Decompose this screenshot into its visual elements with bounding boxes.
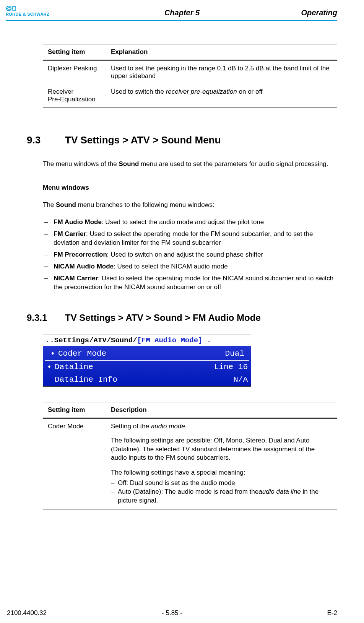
section-heading-9-3-1: 9.3.1 TV Settings > ATV > Sound > FM Aud…: [27, 312, 337, 323]
table-row: Coder Mode Setting of the audio mode. Th…: [43, 418, 337, 509]
text: The menu windows of the: [43, 160, 119, 168]
menu-windows-heading: Menu windows: [43, 184, 337, 192]
screenshot-row: ♦Dataline Line 16: [43, 361, 251, 373]
list-item: Auto (Dataline): The audio mode is read …: [111, 488, 332, 505]
table-row: ReceiverPre-Equalization Used to switch …: [43, 84, 337, 107]
row-label: Dataline: [55, 361, 93, 372]
path-selected: [FM Audio Mode] ↓: [137, 336, 211, 345]
down-arrow-icon: ↓: [207, 336, 211, 345]
text: Used to switch the: [111, 88, 166, 95]
list-item: NICAM Carrier: Used to select the operat…: [43, 274, 337, 292]
text: menu are used to set the parameters for …: [139, 160, 328, 168]
page-header: ROHDE & SCHWARZ Chapter 5 Operating: [27, 8, 337, 19]
text: .: [185, 423, 187, 430]
text: The following settings have a special me…: [111, 468, 332, 477]
row-label: Coder Mode: [58, 348, 106, 359]
setting-item: Coder Mode: [43, 418, 106, 509]
text: : Used to select the audio mode and adju…: [102, 218, 264, 226]
text: Auto (Dataline): The audio mode is read …: [118, 488, 258, 495]
text-italic: audio data line: [258, 488, 301, 495]
screenshot-selection: ♦Coder Mode Dual: [45, 347, 249, 360]
list-item: NICAM Audio Mode: Used to select the NIC…: [43, 262, 337, 271]
setting-explanation: Used to set the peaking in the range 0.1…: [106, 60, 337, 84]
section-number: 9.3: [27, 134, 65, 146]
table-header: Setting item: [43, 402, 106, 418]
text: The following settings are possible: Off…: [111, 436, 332, 463]
intro-paragraph: The menu windows of the Sound menu are u…: [43, 160, 337, 169]
text-bold: NICAM Carrier: [54, 275, 98, 282]
path-prefix: ..Settings/ATV/Sound/: [46, 336, 137, 345]
page-content: Setting item Explanation Diplexer Peakin…: [27, 21, 337, 509]
table-row: Diplexer Peaking Used to set the peaking…: [43, 60, 337, 84]
list-item: Off: Dual sound is set as the audio mode: [111, 479, 332, 488]
settings-table-2: Setting item Description Coder Mode Sett…: [43, 402, 337, 510]
footer-right: E-2: [327, 609, 337, 617]
brand-logo: ROHDE & SCHWARZ: [6, 5, 78, 17]
text-italic: receiver pre-equalization: [166, 88, 237, 95]
updown-icon: ♦: [47, 363, 52, 371]
row-label: Dataline Info: [55, 374, 117, 385]
list-item: FM Precorrection: Used to switch on and …: [43, 251, 337, 259]
text: Setting of the: [111, 423, 151, 430]
screenshot-row: ♦Coder Mode Dual: [47, 347, 247, 360]
updown-icon: ♦: [50, 350, 55, 358]
list-item: FM Carrier: Used to select the operating…: [43, 230, 337, 247]
text-italic: audio mode: [151, 423, 185, 430]
section-label: Operating: [301, 8, 337, 17]
text-bold: NICAM Audio Mode: [54, 263, 114, 270]
table-header: Setting item: [43, 44, 106, 60]
row-value: Dual: [225, 348, 244, 359]
screenshot-row: Dataline Info N/A: [43, 373, 251, 386]
section-title: TV Settings > ATV > Sound Menu: [65, 134, 221, 146]
chapter-label: Chapter 5: [164, 8, 200, 17]
text: menu branches to the following menu wind…: [76, 201, 214, 208]
text-bold: FM Precorrection: [54, 251, 107, 258]
setting-explanation: Used to switch the receiver pre-equaliza…: [106, 84, 337, 107]
branches-paragraph: The Sound menu branches to the following…: [43, 201, 337, 210]
menu-list: FM Audio Mode: Used to select the audio …: [43, 218, 337, 292]
blank-icon: [47, 376, 52, 384]
screenshot-path: ..Settings/ATV/Sound/[FM Audio Mode] ↓: [43, 335, 251, 346]
text-bold: Sound: [119, 160, 139, 168]
footer-left: 2100.4400.32: [7, 609, 47, 617]
text-bold: FM Audio Mode: [54, 218, 102, 226]
setting-item: ReceiverPre-Equalization: [43, 84, 106, 107]
footer-center: - 5.85 -: [162, 609, 182, 617]
section-heading-9-3: 9.3 TV Settings > ATV > Sound Menu: [27, 134, 337, 146]
settings-table-1: Setting item Explanation Diplexer Peakin…: [43, 44, 337, 107]
setting-description: Setting of the audio mode. The following…: [106, 418, 337, 509]
text-bold: Sound: [56, 201, 76, 208]
svg-rect-1: [13, 7, 16, 10]
text: [FM Audio Mode]: [137, 336, 202, 345]
description-list: Off: Dual sound is set as the audio mode…: [111, 479, 332, 505]
list-item: FM Audio Mode: Used to select the audio …: [43, 218, 337, 227]
text: : Used to select the operating mode for …: [54, 230, 313, 246]
text-bold: FM Carrier: [54, 230, 86, 237]
row-value: Line 16: [214, 361, 248, 372]
text: : Used to switch on and adjust the sound…: [107, 251, 263, 258]
section-number: 9.3.1: [27, 312, 65, 323]
text: on or off: [237, 88, 263, 95]
setting-item: Diplexer Peaking: [43, 60, 106, 84]
section-title: TV Settings > ATV > Sound > FM Audio Mod…: [65, 312, 261, 323]
text: : Used to select the NICAM audio mode: [114, 263, 228, 270]
table-header: Explanation: [106, 44, 337, 60]
table-header: Description: [106, 402, 337, 418]
svg-text:ROHDE & SCHWARZ: ROHDE & SCHWARZ: [6, 12, 49, 16]
text: The: [43, 201, 56, 208]
row-value: N/A: [233, 374, 248, 385]
device-screenshot: ..Settings/ATV/Sound/[FM Audio Mode] ↓ ♦…: [43, 335, 251, 386]
